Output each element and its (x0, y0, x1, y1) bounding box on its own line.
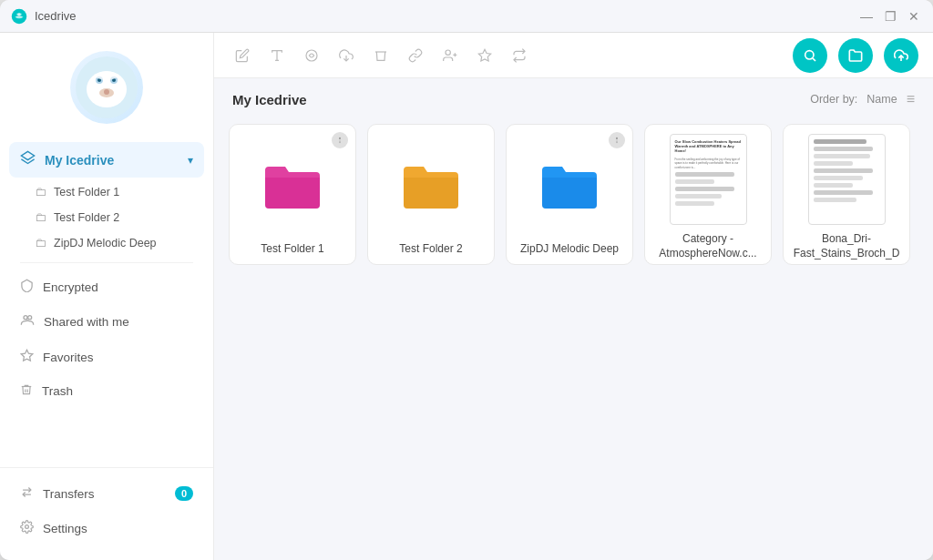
add-user-icon[interactable] (436, 42, 464, 69)
minimize-button[interactable]: — (858, 8, 875, 25)
pin-icon (332, 132, 348, 148)
app-logo-icon (11, 8, 27, 25)
text-format-icon[interactable] (263, 42, 291, 69)
download-icon[interactable] (333, 42, 360, 69)
gear-icon (20, 520, 34, 536)
content-header: My Icedrive Order by: Name ≡ (214, 78, 933, 117)
svg-line-27 (813, 58, 815, 61)
order-area: Order by: Name ≡ (810, 91, 915, 107)
trash-label: Trash (42, 384, 73, 398)
search-button[interactable] (793, 38, 827, 73)
order-by-label: Order by: (810, 93, 857, 106)
settings-label: Settings (43, 522, 193, 535)
edit-icon[interactable] (229, 42, 256, 69)
main-layout: My Icedrive ▾ 🗀 Test Folder 1 🗀 Test Fol… (0, 33, 933, 560)
sidebar-subfolder-2[interactable]: 🗀 Test Folder 2 (9, 205, 204, 229)
title-bar-left: Icedrive (11, 8, 77, 25)
file-card-doc-2[interactable]: Bona_Dri-Fast_Stains_Broch_D (783, 124, 910, 265)
sidebar-item-favorites[interactable]: Favorites (9, 341, 204, 373)
folder-1-name: Test Folder 1 (261, 242, 323, 257)
svg-point-20 (306, 50, 317, 61)
pin-icon-2 (609, 132, 625, 148)
star-icon (20, 349, 34, 365)
view-options-icon[interactable]: ≡ (907, 91, 915, 107)
sidebar-subfolder-1[interactable]: 🗀 Test Folder 1 (9, 179, 204, 204)
page-title: My Icedrive (232, 92, 307, 107)
folder-2-name: Test Folder 2 (399, 242, 462, 257)
link-icon[interactable] (402, 42, 429, 69)
sidebar-logo (70, 51, 143, 124)
transfers-label: Transfers (43, 487, 175, 501)
folder-icon-pink (261, 134, 323, 235)
trash-icon (20, 383, 33, 399)
sidebar-nav: My Icedrive ▾ 🗀 Test Folder 1 🗀 Test Fol… (0, 142, 213, 467)
svg-point-17 (26, 525, 29, 529)
shared-label: Shared with me (44, 315, 129, 329)
sidebar-subfolder-3[interactable]: 🗀 ZipDJ Melodic Deep (9, 230, 204, 255)
sidebar-item-my-icedrive[interactable]: My Icedrive ▾ (9, 142, 204, 178)
new-folder-button[interactable] (838, 38, 873, 73)
content-area: My Icedrive Order by: Name ≡ (214, 33, 933, 560)
subfolder-2-label: Test Folder 2 (54, 211, 119, 224)
folder-icon-orange (400, 134, 462, 235)
file-card-folder-2[interactable]: Test Folder 2 (367, 124, 495, 265)
people-icon (20, 313, 35, 331)
svg-marker-11 (21, 151, 34, 159)
sidebar-item-settings[interactable]: Settings (9, 512, 204, 545)
file-card-folder-3[interactable]: ZipDJ Melodic Deep (506, 124, 633, 265)
svg-point-22 (446, 50, 450, 55)
document-preview-1: Our Slow Combustion Heaters Spread Warmt… (670, 134, 747, 225)
transfers-icon (20, 485, 34, 502)
toolbar (214, 33, 933, 78)
sidebar-item-encrypted[interactable]: Encrypted (9, 270, 204, 303)
subfolder-1-label: Test Folder 1 (54, 186, 119, 199)
nav-separator (20, 262, 193, 263)
doc-2-name: Bona_Dri-Fast_Stains_Broch_D (792, 232, 901, 260)
svg-point-10 (104, 89, 109, 95)
folder-icon: 🗀 (35, 185, 46, 199)
sidebar-item-transfers[interactable]: Transfers 0 (9, 477, 204, 510)
shield-icon (20, 279, 34, 295)
svg-point-12 (24, 316, 27, 320)
sidebar-logo-area (0, 42, 213, 142)
folder-icon: 🗀 (35, 236, 46, 249)
svg-marker-14 (21, 350, 33, 361)
app-window: Icedrive — ❐ ✕ (0, 0, 933, 560)
share-icon[interactable] (506, 42, 533, 69)
document-preview-2 (808, 134, 886, 225)
sidebar-bottom: Transfers 0 Settings (0, 467, 213, 546)
sidebar-item-trash[interactable]: Trash (9, 375, 204, 407)
svg-point-26 (805, 50, 814, 58)
svg-point-13 (28, 316, 32, 320)
svg-marker-25 (478, 49, 490, 61)
file-card-doc-1[interactable]: Our Slow Combustion Heaters Spread Warmt… (644, 124, 772, 265)
sidebar-item-shared[interactable]: Shared with me (9, 305, 204, 339)
file-card-folder-1[interactable]: Test Folder 1 (229, 124, 356, 265)
layers-icon (20, 150, 36, 169)
app-title: Icedrive (35, 9, 77, 23)
title-bar: Icedrive — ❐ ✕ (0, 0, 933, 33)
folder-3-name: ZipDJ Melodic Deep (520, 242, 619, 257)
my-icedrive-label: My Icedrive (45, 153, 188, 168)
folder-icon: 🗀 (35, 210, 46, 224)
upload-button[interactable] (884, 38, 918, 73)
star-toolbar-icon[interactable] (471, 42, 498, 69)
sidebar: My Icedrive ▾ 🗀 Test Folder 1 🗀 Test Fol… (0, 33, 214, 560)
icedrive-logo-icon (76, 56, 138, 118)
favorites-label: Favorites (43, 351, 94, 364)
title-bar-controls: — ❐ ✕ (858, 8, 922, 25)
close-button[interactable]: ✕ (906, 8, 922, 25)
doc-1-name: Category - AtmosphereNow.c... (653, 232, 763, 260)
copy-icon[interactable] (298, 42, 325, 69)
files-grid: Test Folder 1 Test Folder 2 (214, 117, 933, 560)
folder-icon-blue (538, 134, 600, 235)
transfers-badge: 0 (175, 486, 193, 501)
maximize-button[interactable]: ❐ (882, 8, 898, 25)
order-value: Name (866, 93, 897, 106)
delete-icon[interactable] (367, 42, 395, 69)
encrypted-label: Encrypted (43, 280, 98, 294)
chevron-down-icon: ▾ (188, 154, 193, 167)
subfolder-3-label: ZipDJ Melodic Deep (54, 237, 157, 249)
